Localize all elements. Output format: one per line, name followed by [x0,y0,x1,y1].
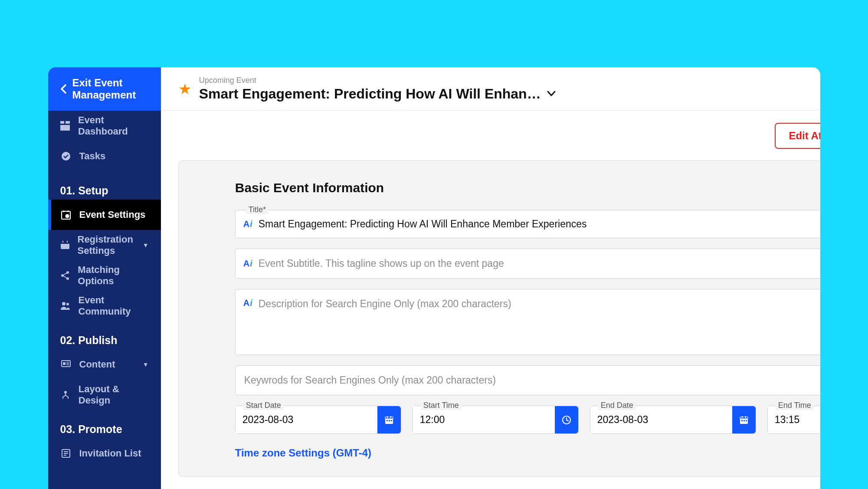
svg-rect-24 [391,420,392,421]
subtitle-field: A [235,249,820,279]
sidebar-section-promote: 03. Promote [48,410,161,438]
sidebar-item-event-community[interactable]: Event Community [48,291,161,321]
svg-rect-22 [387,420,388,421]
svg-point-3 [62,152,70,161]
svg-rect-7 [61,242,69,244]
svg-rect-0 [60,121,64,124]
ai-icon[interactable]: A [243,298,252,308]
sidebar-item-label: Registration Settings [78,234,135,256]
svg-rect-27 [740,417,748,419]
svg-rect-21 [385,417,393,419]
sidebar-item-content[interactable]: Content ▼ [48,349,161,380]
timezone-settings-link[interactable]: Time zone Settings (GMT-4) [235,447,820,459]
dashboard-icon [60,121,70,131]
svg-rect-30 [746,420,747,421]
title-field: Title* A [235,210,820,238]
calendar-icon [384,415,394,425]
start-time-field: Start Time [413,406,579,434]
exit-event-management[interactable]: Exit Event Management [48,67,161,111]
end-time-field: End Time [767,406,820,434]
chevron-down-icon[interactable] [547,91,556,97]
svg-point-12 [66,303,69,305]
datetime-row: Start Date Start Time End Date [235,406,820,434]
kicker-label: Upcoming Event [199,76,820,85]
title-block: Upcoming Event Smart Engagement: Predict… [199,76,820,102]
share-icon [60,271,70,280]
title-input[interactable] [259,210,820,238]
svg-rect-23 [389,420,390,421]
settings-calendar-icon [60,210,72,220]
seo-description-field: A [235,289,820,355]
keywords-input[interactable] [243,366,820,395]
svg-rect-14 [63,362,66,365]
svg-point-5 [65,214,69,218]
sidebar-item-event-settings[interactable]: Event Settings [48,200,161,230]
page-title-row: Smart Engagement: Predicting How AI Will… [199,86,820,102]
start-date-field: Start Date [235,406,401,434]
start-date-input[interactable] [236,406,377,433]
sidebar-item-registration-settings[interactable]: Registration Settings ▼ [48,230,161,260]
svg-rect-1 [66,121,70,124]
sidebar-item-event-dashboard[interactable]: Event Dashboard [48,111,161,141]
subtitle-input[interactable] [259,249,820,278]
ai-icon[interactable]: A [243,259,252,269]
sidebar-item-layout-design[interactable]: Layout & Design [48,380,161,410]
calendar-picker-button[interactable] [377,406,401,433]
exit-label: Exit Event Management [72,77,149,101]
section-heading: Basic Event Information [235,181,820,195]
basic-info-panel: Basic Event Information Title* A A A Sta… [178,160,820,477]
calendar-icon [60,240,70,250]
start-date-label: Start Date [243,401,284,410]
topbar: ★ Upcoming Event Smart Engagement: Predi… [161,67,820,111]
sidebar-item-label: Matching Options [78,264,148,287]
svg-point-15 [64,391,67,394]
sidebar-item-tasks[interactable]: Tasks [48,141,161,171]
end-time-label: End Time [776,401,814,410]
main-content: ★ Upcoming Event Smart Engagement: Predi… [161,67,820,489]
ai-icon[interactable]: A [243,219,252,229]
sidebar-item-invitation-list[interactable]: Invitation List [48,438,161,469]
svg-rect-29 [744,420,745,421]
app-window: Exit Event Management Event Dashboard Ta… [48,67,820,489]
content-icon [60,360,72,369]
sidebar: Exit Event Management Event Dashboard Ta… [48,67,161,489]
calendar-picker-button[interactable] [732,406,756,433]
end-date-label: End Date [598,401,636,410]
svg-rect-2 [60,125,70,131]
title-label: Title* [246,205,269,214]
chevron-down-icon: ▼ [143,361,149,368]
chevron-left-icon [60,84,66,94]
star-icon[interactable]: ★ [178,80,191,98]
seo-description-input[interactable] [259,289,820,354]
clock-icon [561,415,572,425]
people-icon [60,301,71,311]
sidebar-item-label: Tasks [79,151,106,162]
sidebar-item-label: Event Community [79,295,149,317]
start-time-label: Start Time [421,401,462,410]
end-date-input[interactable] [590,406,732,433]
chevron-down-icon: ▼ [143,242,149,249]
sidebar-section-setup: 01. Setup [48,171,161,200]
sidebar-item-label: Event Dashboard [78,115,149,137]
edit-attendee-allowance-button[interactable]: Edit Attendee Allowance [775,123,820,149]
layout-icon [60,390,71,400]
end-date-field: End Date [590,406,756,434]
time-picker-button[interactable] [555,406,578,433]
sidebar-item-matching-options[interactable]: Matching Options [48,260,161,291]
end-time-input[interactable] [768,406,820,433]
calendar-icon [739,415,749,425]
svg-rect-28 [741,420,743,421]
page-title: Smart Engagement: Predicting How AI Will… [199,86,541,102]
sidebar-item-label: Event Settings [79,209,146,220]
keywords-field [235,365,820,395]
sidebar-item-label: Layout & Design [79,384,149,406]
action-bar: Edit Attendee Allowance Save [161,111,820,149]
list-icon [60,449,72,458]
sidebar-item-label: Invitation List [79,448,141,459]
svg-point-11 [62,302,66,305]
start-time-input[interactable] [413,406,555,433]
sidebar-section-publish: 02. Publish [48,321,161,349]
check-circle-icon [60,151,72,161]
sidebar-item-label: Content [79,359,115,370]
